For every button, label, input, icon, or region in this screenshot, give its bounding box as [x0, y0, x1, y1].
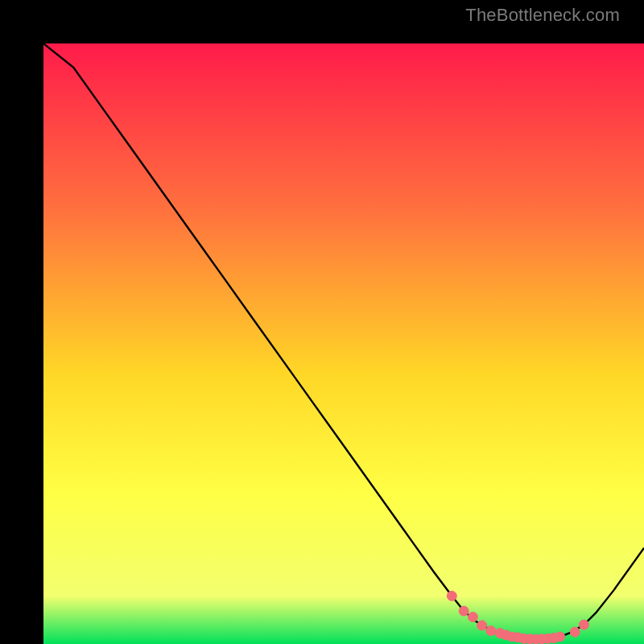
data-marker [477, 621, 487, 630]
chart-svg [43, 43, 644, 644]
data-marker [486, 626, 496, 636]
data-marker [468, 612, 477, 621]
data-marker [459, 606, 469, 616]
data-marker [555, 632, 565, 642]
data-marker [570, 627, 580, 637]
data-marker [447, 591, 456, 601]
gradient-background [43, 43, 644, 644]
plot-area [22, 22, 622, 622]
watermark-text: TheBottleneck.com [465, 5, 620, 26]
data-marker [579, 620, 588, 630]
